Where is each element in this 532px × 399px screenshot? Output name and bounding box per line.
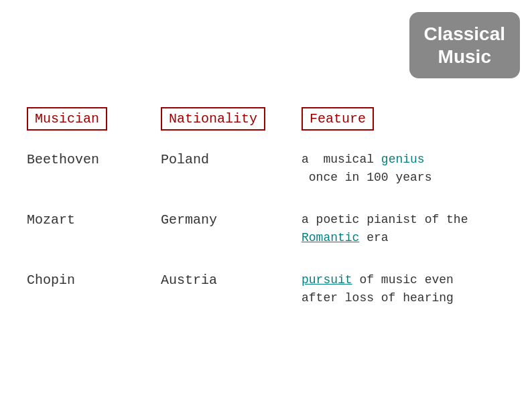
nationality-header-cell: Nationality [161, 107, 302, 131]
musician-cell: Chopin [27, 271, 161, 288]
musician-cell: Beethoven [27, 151, 161, 167]
musician-header-cell: Musician [27, 107, 161, 131]
feature-cell: a poetic pianist of the Romantic era [302, 211, 505, 247]
nationality-cell: Germany [161, 211, 302, 228]
table-header-row: Musician Nationality Feature [27, 107, 505, 131]
classical-music-badge: ClassicalMusic [409, 12, 520, 78]
nationality-header-label: Nationality [161, 107, 265, 131]
badge-title: ClassicalMusic [424, 23, 505, 68]
feature-header-cell: Feature [302, 107, 505, 131]
table-row: Chopin Austria pursuit of music even aft… [27, 271, 505, 307]
table-row: Beethoven Poland a musical genius once i… [27, 151, 505, 187]
nationality-cell: Austria [161, 271, 302, 288]
nationality-cell: Poland [161, 151, 302, 167]
musician-header-label: Musician [27, 107, 107, 131]
feature-cell: pursuit of music even after loss of hear… [302, 271, 505, 307]
table-row: Mozart Germany a poetic pianist of the R… [27, 211, 505, 247]
highlight-pursuit: pursuit [302, 273, 352, 287]
highlight-genius: genius [381, 153, 425, 166]
musician-cell: Mozart [27, 211, 161, 228]
music-table: Musician Nationality Feature Beethoven P… [27, 107, 505, 331]
feature-cell: a musical genius once in 100 years [302, 151, 505, 187]
highlight-romantic: Romantic [302, 231, 359, 244]
feature-header-label: Feature [302, 107, 374, 131]
